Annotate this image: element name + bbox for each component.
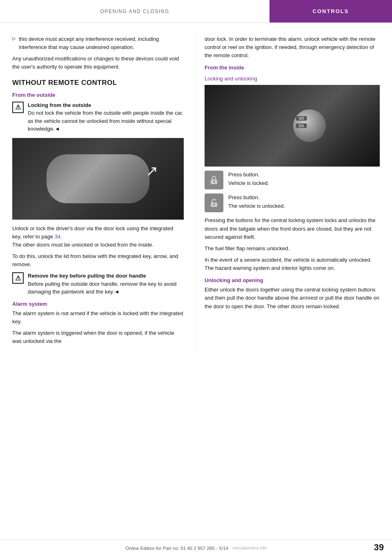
press-button-2-label: Press button.: [228, 193, 285, 202]
warning1-title: Locking from the outside: [28, 101, 184, 109]
unlock-lid-text: To do this, unlock the lid from below wi…: [12, 252, 184, 269]
warning-text-1: Locking from the outside Do not lock the…: [28, 101, 184, 133]
severe-accident-text: In the event of a severe accident, the v…: [205, 256, 380, 272]
footer-text: Online Edition for Part no. 01 40 2 957 …: [125, 546, 228, 551]
bullet-interference: ▷ this device must accept any interferen…: [12, 35, 184, 51]
main-content: ▷ this device must accept any interferen…: [0, 23, 392, 369]
page-header: OPENING AND CLOSING CONTROLS: [0, 0, 392, 23]
header-left-title: OPENING AND CLOSING: [0, 0, 270, 22]
lock-icon-box-2: [205, 193, 223, 212]
svg-point-3: [301, 125, 302, 127]
bullet-arrow-icon: ▷: [12, 36, 16, 41]
warning2-title: Remove the key before pulling the door h…: [28, 272, 184, 280]
unlocking-opening-title: Unlocking and opening: [205, 277, 380, 283]
lock-btn-bottom: [296, 123, 307, 128]
lock-icon-box-1: [205, 171, 223, 189]
lock-btn-top: [296, 116, 307, 121]
header-right-title: CONTROLS: [270, 0, 392, 22]
warning-icon-1: ⚠: [12, 102, 24, 113]
door-lock-continuation: door lock. In order to terminate this al…: [205, 35, 380, 60]
alarm-text-2: The alarm system is triggered when the d…: [12, 329, 184, 345]
door-handle-image: ↗: [12, 138, 184, 220]
lock-result-2: The vehicle is unlocked.: [228, 202, 285, 210]
page-number: 39: [374, 542, 384, 553]
press-button-1-label: Press button.: [228, 171, 269, 179]
warning1-body: Do not lock the vehicle from the outside…: [28, 109, 184, 133]
warning-remove-key: ⚠ Remove the key before pulling the door…: [12, 272, 184, 296]
lock-result-1: Vehicle is locked.: [228, 179, 269, 187]
lock-closed-icon: [209, 175, 219, 185]
door-handle-arrow: ↗: [146, 162, 158, 180]
fuel-filler-text: The fuel filler flap remains unlocked.: [205, 245, 380, 253]
warning-icon-2: ⚠: [12, 272, 24, 284]
lock-button-item-2: Press button. The vehicle is unlocked.: [205, 193, 380, 212]
alarm-system-title: Alarm system: [12, 301, 184, 307]
warning2-body: Before pulling the outside door handle, …: [28, 280, 184, 296]
from-inside-title: From the inside: [205, 64, 380, 71]
left-column: ▷ this device must accept any interferen…: [0, 31, 196, 353]
page-ref-link[interactable]: 34: [55, 234, 60, 240]
watermark-text: manualsonline.info: [232, 546, 266, 550]
svg-point-7: [213, 204, 215, 205]
without-remote-control-title: WITHOUT REMOTE CONTROL: [12, 79, 184, 87]
controls-label: CONTROLS: [313, 8, 349, 14]
unlocking-opening-text: Either unlock the doors together using t…: [205, 286, 380, 310]
warning-text-2: Remove the key before pulling the door h…: [28, 272, 184, 296]
lock-buttons: [296, 116, 307, 128]
lock-button-item-1: Press button. Vehicle is locked.: [205, 171, 380, 189]
locking-unlocking-title: Locking and unlocking: [205, 76, 380, 82]
lock-open-icon: [209, 198, 219, 208]
svg-point-1: [301, 118, 302, 119]
press-button-lock-text: Press button. Vehicle is locked.: [228, 171, 269, 187]
alarm-text-1: The alarm system is not armed if the veh…: [12, 309, 184, 326]
bullet-text: this device must accept any interference…: [19, 35, 184, 51]
door-handle-shape: [47, 154, 149, 203]
pressing-buttons-text: Pressing the buttons for the central loc…: [205, 216, 380, 241]
warning-locking-outside: ⚠ Locking from the outside Do not lock t…: [12, 101, 184, 133]
page-footer: Online Edition for Part no. 01 40 2 957 …: [0, 540, 392, 556]
svg-point-5: [213, 181, 215, 182]
right-column: door lock. In order to terminate this al…: [196, 31, 392, 353]
press-button-unlock-text: Press button. The vehicle is unlocked.: [228, 193, 285, 210]
unauthorized-mods-text: Any unauthorized modifications or change…: [12, 55, 184, 71]
interior-lock-image: [205, 85, 380, 167]
unlock-door-text: Unlock or lock the driver's door via the…: [12, 225, 184, 249]
opening-closing-label: OPENING AND CLOSING: [100, 9, 169, 14]
from-outside-title: From the outside: [12, 92, 184, 98]
